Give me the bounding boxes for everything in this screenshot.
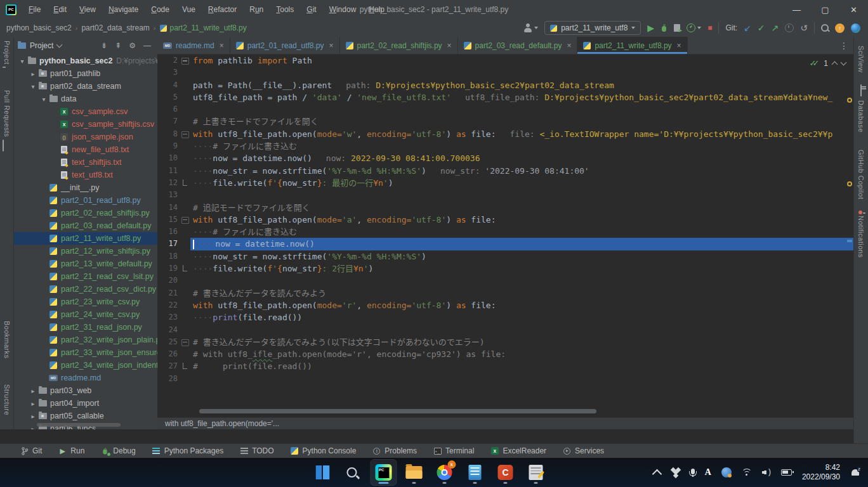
project-horizontal-scrollbar[interactable] <box>37 423 121 427</box>
code-line[interactable]: 9····# ファイルに書き込む <box>157 140 853 152</box>
breadcrumb-item[interactable]: part02_data_stream <box>81 23 149 32</box>
tool-button-python-console[interactable]: Python Console <box>291 446 357 455</box>
tree-item[interactable]: ▸part01_pathlib <box>14 67 157 80</box>
microphone-icon[interactable] <box>691 469 695 477</box>
code-line[interactable]: 27# print(file.read()) <box>157 360 853 372</box>
stop-button[interactable]: ■ <box>707 24 712 32</box>
code-line[interactable]: 10····now = datetime.now()now: 2022-09-3… <box>157 152 853 164</box>
code-line[interactable]: 3 <box>157 67 853 79</box>
tab-options-icon[interactable]: ⋮ <box>839 37 853 54</box>
tree-item[interactable]: Xcsv_sample_shiftjis.csv <box>14 118 157 131</box>
editor-tab[interactable]: part2_03_read_default.py× <box>458 37 578 54</box>
fold-marker-icon[interactable] <box>180 55 190 67</box>
code-line[interactable]: 15with utf8_file_path.open(mode='a', enc… <box>157 214 853 226</box>
tree-chevron-icon[interactable]: ▾ <box>18 58 27 65</box>
line-number[interactable]: 17 <box>157 238 180 250</box>
learn-plugin-icon[interactable] <box>851 23 860 33</box>
tree-item[interactable]: __init__.py <box>14 181 157 194</box>
line-number[interactable]: 12 <box>157 177 180 189</box>
code-line[interactable]: 16····# ファイルに書き込む <box>157 226 853 238</box>
search-everywhere-button[interactable] <box>821 24 829 32</box>
run-configuration-select[interactable]: part2_11_write_utf8 <box>544 21 641 35</box>
line-number[interactable]: 16 <box>157 226 180 238</box>
line-number[interactable]: 20 <box>157 275 180 287</box>
code-line[interactable]: 26# with utf8_ifle_path.open(mode='r', e… <box>157 348 853 360</box>
code-line[interactable]: 5utf8_file_path = path / 'data' / 'new_f… <box>157 91 853 103</box>
line-number[interactable]: 7 <box>157 115 180 127</box>
tree-item[interactable]: part2_03_read_default.py <box>14 219 157 232</box>
pycharm-logo-icon[interactable]: PC <box>6 4 16 15</box>
code-line[interactable]: 23····print(file.read()) <box>157 311 853 323</box>
code-line[interactable]: 13 <box>157 189 853 201</box>
tool-button-python-packages[interactable]: Python Packages <box>152 446 223 455</box>
settings-gear-icon[interactable]: ⚙ <box>129 42 136 49</box>
menu-window[interactable]: Window <box>324 3 362 16</box>
fold-marker-icon[interactable] <box>180 177 190 189</box>
menu-edit[interactable]: Edit <box>48 3 72 16</box>
warning-stripe-mark[interactable] <box>847 181 852 186</box>
battery-icon[interactable] <box>781 469 792 476</box>
tool-button-excelreader[interactable]: XExcelReader <box>490 446 546 455</box>
menu-refactor[interactable]: Refactor <box>202 3 242 16</box>
editor-tab[interactable]: MDreadme.md× <box>157 37 230 54</box>
close-button[interactable]: ✕ <box>839 0 868 19</box>
user-account-button[interactable] <box>523 23 538 32</box>
code-line[interactable]: 2from pathlib import Path <box>157 55 853 67</box>
tree-item[interactable]: {}json_sample.json <box>14 131 157 143</box>
notification-bell-icon[interactable] <box>850 469 859 476</box>
menu-vue[interactable]: Vue <box>176 3 201 16</box>
tree-item[interactable]: part2_02_read_shiftjis.py <box>14 207 157 219</box>
editor-tab[interactable]: part2_02_read_shiftjis.py× <box>340 37 458 54</box>
tree-item[interactable]: ▾data <box>14 93 157 105</box>
tree-item[interactable]: ▸part04_import <box>14 397 157 410</box>
tree-item[interactable]: ▸part03_web <box>14 384 157 397</box>
tree-item[interactable]: part2_01_read_utf8.py <box>14 194 157 207</box>
code-line[interactable]: 20 <box>157 275 853 287</box>
debug-button[interactable] <box>661 24 667 32</box>
hide-panel-icon[interactable]: — <box>143 42 151 49</box>
line-number[interactable]: 14 <box>157 202 180 214</box>
fold-marker-icon[interactable] <box>180 214 190 226</box>
inspection-widget[interactable]: ✓✓ 1 <box>810 58 846 68</box>
tree-item[interactable]: text_utf8.txt <box>14 169 157 181</box>
code-line[interactable]: 21# 書き込んだデータを読んでみよう <box>157 287 853 299</box>
code-line[interactable]: 17····now = datetime.now() <box>157 238 853 250</box>
line-number[interactable]: 26 <box>157 348 180 360</box>
history-button[interactable] <box>785 23 794 32</box>
taskbar-app-chrome[interactable]: k <box>431 460 457 485</box>
tree-item[interactable]: part2_24_write_csv.py <box>14 308 157 321</box>
line-number[interactable]: 4 <box>157 79 180 91</box>
maximize-button[interactable]: ▢ <box>811 0 839 19</box>
tree-item[interactable]: part2_23_write_csv.py <box>14 295 157 308</box>
taskbar-app-explorer[interactable] <box>401 460 426 485</box>
breadcrumb-item[interactable]: python_basic_sec2 <box>6 23 72 32</box>
tab-close-icon[interactable]: × <box>220 41 224 50</box>
menu-run[interactable]: Run <box>244 3 269 16</box>
taskbar-app-start[interactable] <box>310 460 335 485</box>
wifi-icon[interactable] <box>742 469 752 476</box>
taskbar-app-camtasia[interactable]: C <box>492 460 518 485</box>
tree-chevron-icon[interactable]: ▸ <box>29 400 37 407</box>
volume-icon[interactable] <box>762 469 771 476</box>
fold-marker-icon[interactable] <box>180 263 190 275</box>
taskbar-clock[interactable]: 8:42 2022/09/30 <box>802 463 840 482</box>
line-number[interactable]: 10 <box>157 152 180 164</box>
tool-button-git[interactable]: Git <box>20 446 42 455</box>
editor-tab[interactable]: part2_11_write_utf8.py× <box>577 37 687 54</box>
fold-marker-icon[interactable] <box>180 336 190 348</box>
editor-tab[interactable]: part2_01_read_utf8.py× <box>230 37 340 54</box>
line-number[interactable]: 9 <box>157 140 180 152</box>
line-number[interactable]: 19 <box>157 263 180 275</box>
tool-stripe-database[interactable]: Database <box>857 85 865 133</box>
menu-view[interactable]: View <box>74 3 102 16</box>
line-number[interactable]: 22 <box>157 299 180 311</box>
prev-problem-icon[interactable] <box>832 61 838 67</box>
rollback-button[interactable]: ↺ <box>800 23 808 32</box>
line-number[interactable]: 15 <box>157 214 180 226</box>
taskbar-app-notepad[interactable] <box>462 460 487 485</box>
code-line[interactable]: 25# 書き込んだデータを読んでみよう(以下は文字コードがあわないのでエラー) <box>157 336 853 348</box>
tool-stripe-structure[interactable]: Structure <box>3 373 11 415</box>
next-problem-icon[interactable] <box>841 60 847 66</box>
tool-stripe-github-copilot[interactable]: GitHub Copilot <box>857 146 865 200</box>
tree-item[interactable]: part2_21_read_csv_lsit.py <box>14 270 157 283</box>
